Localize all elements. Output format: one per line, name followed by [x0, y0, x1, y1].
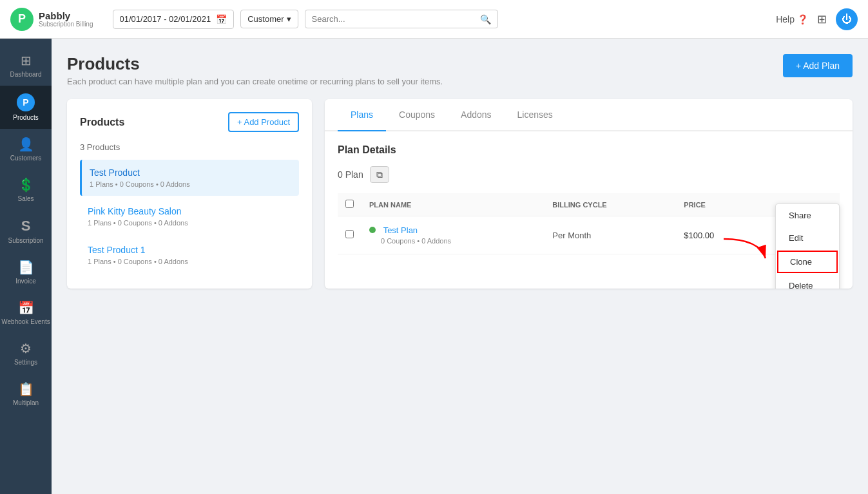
plan-name: Test Plan [383, 225, 418, 235]
sidebar: ⊞ Dashboard P Products 👤 Customers 💲 Sal… [0, 39, 52, 494]
status-dot [369, 227, 376, 233]
invoice-icon: 📄 [18, 260, 34, 275]
page-subtitle: Each product can have multiple plan and … [67, 77, 443, 86]
tab-coupons[interactable]: Coupons [386, 99, 448, 131]
products-panel-title: Products [80, 117, 124, 128]
row-checkbox[interactable] [345, 230, 354, 238]
page-header: Products Each product can have multiple … [67, 54, 853, 86]
sidebar-label-products: Products [13, 114, 38, 121]
context-menu: Share Edit Clone Delete [775, 204, 840, 289]
select-all-checkbox[interactable] [345, 200, 354, 208]
product-meta: 1 Plans • 0 Coupons • 0 Addons [88, 258, 291, 265]
sidebar-item-sales[interactable]: 💲 Sales [0, 169, 52, 210]
tab-addons[interactable]: Addons [448, 99, 504, 131]
plan-details-title: Plan Details [338, 144, 840, 156]
product-name: Test Product [90, 167, 291, 178]
product-meta: 1 Plans • 0 Coupons • 0 Addons [90, 180, 291, 188]
logo-name: Pabbly [39, 11, 93, 21]
customers-icon: 👤 [18, 137, 34, 152]
plans-content: Plan Details 0 Plan ⧉ [325, 131, 853, 267]
products-count: 3 Products [80, 142, 299, 152]
column-price: PRICE [676, 193, 762, 216]
add-plan-button[interactable]: + Add Plan [783, 54, 853, 77]
product-meta: 1 Plans • 0 Coupons • 0 Addons [88, 219, 291, 227]
page-title: Products [67, 54, 443, 74]
dropdown-label: Customer [247, 14, 284, 24]
column-billing-cycle: BILLING CYCLE [545, 193, 676, 216]
search-input[interactable] [312, 10, 480, 28]
topbar: P Pabbly Subscription Billing 01/01/2017… [0, 0, 868, 39]
context-menu-clone[interactable]: Clone [777, 251, 838, 273]
plan-count-row: 0 Plan ⧉ [338, 166, 840, 183]
search-bar: 🔍 [305, 10, 498, 28]
sidebar-label-invoice: Invoice [15, 278, 36, 285]
dashboard-icon: ⊞ [21, 53, 32, 68]
plan-sub: 0 Coupons • 0 Addons [381, 237, 537, 245]
sidebar-item-webhook[interactable]: 📅 Webhook Events [0, 292, 52, 333]
sidebar-label-subscription: Subscription [8, 237, 43, 244]
help-label: Help [776, 14, 795, 24]
calendar-icon: 📅 [216, 14, 227, 24]
sidebar-item-dashboard[interactable]: ⊞ Dashboard [0, 45, 52, 86]
sidebar-label-webhook: Webhook Events [1, 318, 50, 325]
webhook-icon: 📅 [18, 300, 34, 316]
sidebar-item-settings[interactable]: ⚙ Settings [0, 333, 52, 374]
products-panel: Products + Add Product 3 Products Test P… [67, 99, 312, 289]
plans-table: PLAN NAME BILLING CYCLE PRICE [338, 193, 840, 254]
sidebar-label-sales: Sales [17, 195, 34, 202]
plan-add-icon[interactable]: ⧉ [370, 166, 389, 183]
multiplan-icon: 📋 [18, 381, 34, 397]
list-item[interactable]: Pink Kitty Beauty Salon 1 Plans • 0 Coup… [80, 198, 299, 234]
list-item[interactable]: Test Product 1 1 Plans • 0 Coupons • 0 A… [80, 237, 299, 273]
billing-cycle-cell: Per Month [545, 216, 676, 254]
help-icon: ❓ [797, 14, 808, 24]
power-button[interactable]: ⏻ [836, 8, 858, 30]
plans-panel: Plans Coupons Addons Licenses Plan Detai… [325, 99, 853, 289]
sidebar-label-settings: Settings [14, 359, 37, 366]
search-icon[interactable]: 🔍 [480, 14, 491, 24]
tabs-bar: Plans Coupons Addons Licenses [325, 99, 853, 131]
sidebar-item-multiplan[interactable]: 📋 Multiplan [0, 374, 52, 414]
page-header-text: Products Each product can have multiple … [67, 54, 443, 86]
logo-icon: P [10, 8, 34, 31]
context-menu-delete[interactable]: Delete [776, 274, 839, 289]
price-cell: $100.00 [676, 216, 762, 254]
help-button[interactable]: Help ❓ [776, 14, 808, 24]
sidebar-item-invoice[interactable]: 📄 Invoice [0, 252, 52, 292]
row-checkbox-cell [338, 216, 362, 254]
table-row: Test Plan 0 Coupons • 0 Addons Per Month… [338, 216, 840, 254]
context-menu-share[interactable]: Share [776, 204, 839, 227]
column-plan-name: PLAN NAME [362, 193, 545, 216]
logo-subtitle: Subscription Billing [39, 21, 93, 28]
products-icon: P [17, 93, 35, 111]
plan-name-cell: Test Plan 0 Coupons • 0 Addons [362, 216, 545, 254]
add-product-button[interactable]: + Add Product [228, 112, 299, 132]
sidebar-item-products[interactable]: P Products [0, 86, 52, 129]
product-name: Test Product 1 [88, 245, 291, 255]
sidebar-item-subscription[interactable]: S Subscription [0, 210, 52, 252]
table-container: PLAN NAME BILLING CYCLE PRICE [338, 193, 840, 254]
settings-icon: ⚙ [20, 341, 32, 356]
content-area: Products Each product can have multiple … [52, 39, 868, 494]
topbar-right: Help ❓ ⊞ ⏻ [776, 8, 858, 30]
sidebar-label-multiplan: Multiplan [13, 399, 39, 406]
sidebar-label-customers: Customers [10, 155, 41, 162]
sidebar-item-customers[interactable]: 👤 Customers [0, 129, 52, 169]
product-name: Pink Kitty Beauty Salon [88, 206, 291, 216]
subscription-icon: S [21, 218, 31, 234]
grid-icon[interactable]: ⊞ [817, 12, 827, 26]
context-menu-edit[interactable]: Edit [776, 227, 839, 249]
chevron-down-icon: ▾ [287, 14, 291, 24]
action-cell: Share Edit Clone Delete [762, 216, 840, 254]
tab-plans[interactable]: Plans [338, 99, 386, 131]
tab-licenses[interactable]: Licenses [505, 99, 566, 131]
panels-container: Products + Add Product 3 Products Test P… [67, 99, 853, 289]
logo-text: Pabbly Subscription Billing [39, 11, 93, 28]
logo-area: P Pabbly Subscription Billing [10, 8, 93, 31]
sidebar-label-dashboard: Dashboard [10, 71, 42, 78]
list-item[interactable]: Test Product 1 Plans • 0 Coupons • 0 Add… [80, 160, 299, 196]
column-checkbox [338, 193, 362, 216]
customer-dropdown[interactable]: Customer ▾ [240, 10, 298, 28]
date-range-button[interactable]: 01/01/2017 - 02/01/2021 📅 [113, 10, 235, 29]
date-range-value: 01/01/2017 - 02/01/2021 [120, 14, 211, 24]
